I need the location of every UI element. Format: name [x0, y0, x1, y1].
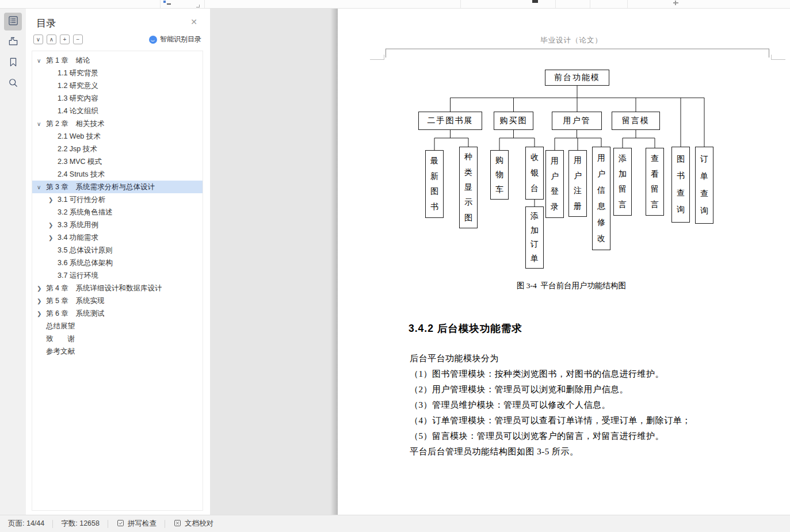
toc-panel: 目录 ✕ ∨ ∧ + − 智能识别目录 ∨第 1 章 绪论1.1 研究背景1.2…: [26, 9, 210, 515]
diagram-node: 留言模: [612, 112, 660, 130]
chevron-right-icon[interactable]: ❯: [48, 235, 58, 241]
toc-item-label: 2.2 Jsp 技术: [58, 144, 97, 154]
toc-item[interactable]: ❯第 4 章 系统详细设计和数据库设计: [32, 282, 203, 294]
toc-icon: [7, 15, 19, 29]
diagram-node: 添加留言: [613, 148, 632, 216]
document-page[interactable]: 毕业设计（论文） 前台功能模二手图书展购买图用户管留言模最新图书种类显示图购物车…: [338, 9, 790, 515]
ribbon-divider: [590, 0, 590, 8]
diagram-connectors: [338, 9, 790, 296]
ribbon-icon-fragment: [196, 5, 200, 7]
expand-all-button[interactable]: ∧: [47, 35, 56, 44]
ribbon-divider: [460, 0, 461, 8]
toc-item[interactable]: ∨第 3 章 系统需求分析与总体设计: [32, 181, 203, 193]
toc-panel-title: 目录: [36, 17, 56, 30]
diagram-node: 用户管: [552, 112, 602, 130]
toc-item[interactable]: 3.6 系统总体架构: [32, 257, 203, 269]
body-paragraph: （4）订单管理模块：管理员可以查看订单详情，受理订单，删除订单；: [410, 415, 691, 426]
toc-item[interactable]: 1.4 论文组织: [32, 105, 203, 117]
diagram-node: 添加订单: [525, 206, 544, 269]
bookmark-panel-button[interactable]: [4, 54, 22, 72]
toc-item[interactable]: 3.7 运行环境: [32, 269, 203, 282]
diagram-node: 二手图书展: [418, 112, 482, 130]
spell-check-toggle[interactable]: 拼写检查: [108, 515, 165, 532]
body-paragraph: （5）留言模块：管理员可以浏览客户的留言，对留言进行维护。: [410, 431, 664, 442]
toc-item-label: 1.3 研究内容: [58, 94, 98, 104]
toc-item-label: 3.6 系统总体架构: [58, 258, 113, 268]
wps-writer-window: 目录 ✕ ∨ ∧ + − 智能识别目录 ∨第 1 章 绪论1.1 研究背景1.2…: [0, 0, 790, 532]
toc-item-label: 致 谢: [46, 334, 75, 344]
chevron-down-icon[interactable]: ∨: [37, 58, 46, 64]
toc-item[interactable]: ❯第 5 章 系统实现: [32, 294, 203, 307]
toc-item-label: 第 4 章 系统详细设计和数据库设计: [46, 284, 162, 293]
toc-item[interactable]: 1.1 研究背景: [32, 67, 203, 79]
toc-item-label: 第 1 章 绪论: [46, 56, 90, 66]
proofread-label: 文档校对: [185, 519, 213, 529]
toc-item[interactable]: 2.3 MVC 模式: [32, 155, 203, 168]
proofread-toggle[interactable]: 文档校对: [165, 515, 222, 532]
toc-panel-button[interactable]: [4, 13, 22, 30]
chevron-right-icon[interactable]: ❯: [48, 222, 58, 228]
close-icon[interactable]: ✕: [189, 17, 199, 27]
ribbon-divider: [627, 0, 628, 8]
toc-toolbar: ∨ ∧ + − 智能识别目录: [33, 35, 203, 45]
diagram-node: 用户注册: [568, 150, 587, 217]
diagram-node: 用户信息修改: [592, 147, 610, 250]
diagram-node: 种类显示图: [459, 147, 478, 228]
diagram-node: 用户登录: [545, 150, 564, 218]
toc-item-label: 第 6 章 系统测试: [46, 309, 104, 319]
toc-item[interactable]: 2.1 Web 技术: [32, 130, 203, 143]
toc-item[interactable]: 参考文献: [32, 345, 203, 358]
toc-item-label: 1.1 研究背景: [58, 68, 98, 78]
ribbon-divider: [160, 0, 161, 8]
toc-item[interactable]: 3.2 系统角色描述: [32, 206, 203, 219]
toc-item[interactable]: 2.2 Jsp 技术: [32, 143, 203, 155]
smart-toc-button[interactable]: 智能识别目录: [149, 35, 201, 44]
sidebar-rail: [0, 9, 26, 515]
toc-item-label: 2.1 Web 技术: [58, 132, 101, 141]
expand-node-button[interactable]: +: [60, 35, 70, 44]
word-count[interactable]: 字数: 12658: [53, 515, 108, 532]
diagram-node: 购物车: [490, 150, 509, 200]
search-icon: [7, 77, 19, 91]
toc-item[interactable]: ❯3.4 功能需求: [32, 231, 203, 244]
diagram-node: 收银台: [525, 147, 544, 200]
toc-item[interactable]: 2.4 Struts 技术: [32, 168, 203, 181]
proofread-icon: [173, 519, 182, 529]
word-count-label: 字数: 12658: [61, 519, 100, 529]
toc-item[interactable]: ∨第 2 章 相关技术: [32, 117, 203, 130]
diagram-node: 前台功能模: [545, 70, 609, 86]
toc-item[interactable]: 1.3 研究内容: [32, 92, 203, 105]
toc-item[interactable]: 致 谢: [32, 332, 203, 345]
chevron-right-icon[interactable]: ❯: [37, 298, 46, 304]
page-indicator[interactable]: 页面: 14/44: [0, 515, 52, 532]
collapse-node-button[interactable]: −: [73, 35, 83, 44]
toc-item[interactable]: 总结展望: [32, 320, 203, 332]
chevron-right-icon[interactable]: ❯: [37, 311, 46, 317]
chevron-right-icon[interactable]: ❯: [48, 197, 58, 203]
chevron-down-icon[interactable]: ∨: [37, 121, 46, 127]
ribbon-icon-fragment: [675, 1, 676, 5]
diagram-node: 查看留言: [646, 148, 664, 216]
toc-item-label: 1.2 研究意义: [58, 81, 98, 91]
chevron-down-icon[interactable]: ∨: [37, 184, 46, 190]
toc-item[interactable]: ❯第 6 章 系统测试: [32, 307, 203, 320]
chevron-right-icon[interactable]: ❯: [37, 285, 46, 292]
annotation-panel-button[interactable]: [4, 33, 22, 51]
ribbon-divider: [555, 0, 556, 8]
document-canvas: 毕业设计（论文） 前台功能模二手图书展购买图用户管留言模最新图书种类显示图购物车…: [210, 9, 790, 515]
search-panel-button[interactable]: [4, 75, 22, 93]
toc-list: ∨第 1 章 绪论1.1 研究背景1.2 研究意义1.3 研究内容1.4 论文组…: [32, 51, 203, 511]
collapse-all-button[interactable]: ∨: [33, 35, 43, 44]
toc-item[interactable]: ∨第 1 章 绪论: [32, 54, 203, 67]
toc-item[interactable]: 3.5 总体设计原则: [32, 244, 203, 257]
section-heading: 3.4.2 后台模块功能需求: [409, 322, 522, 335]
body-paragraph: 平台后台管理员功能结构图如图 3-5 所示。: [410, 446, 579, 457]
toc-item[interactable]: 1.2 研究意义: [32, 79, 203, 92]
ribbon-icon-fragment: [167, 3, 171, 5]
toc-item-label: 3.3 系统用例: [58, 220, 98, 230]
toc-item[interactable]: ❯3.1 可行性分析: [32, 193, 203, 206]
ribbon-bottom-edge: [0, 0, 790, 9]
toc-item[interactable]: ❯3.3 系统用例: [32, 219, 203, 231]
body-paragraph: （2）用户管理模块：管理员可以浏览和删除用户信息。: [410, 384, 628, 395]
diagram-node: 最新图书: [425, 150, 444, 218]
